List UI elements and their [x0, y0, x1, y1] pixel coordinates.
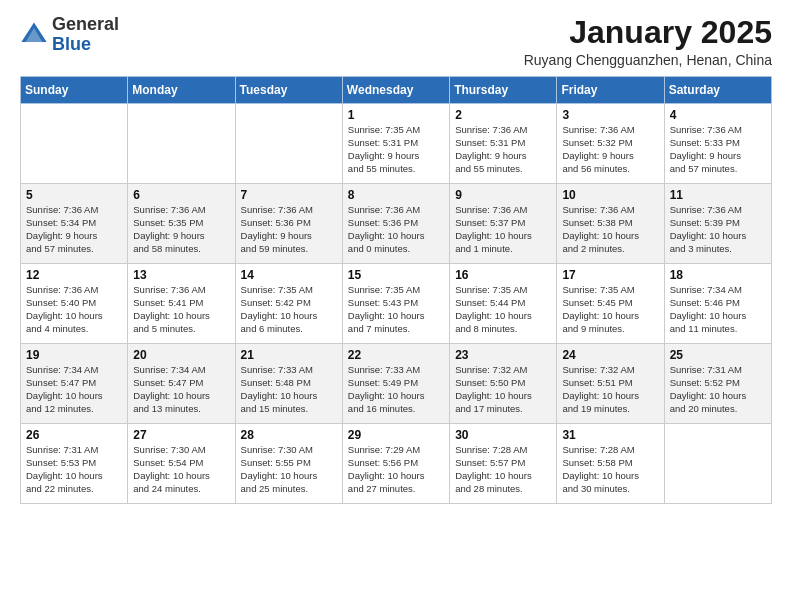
day-number: 22 — [348, 348, 444, 362]
day-number: 10 — [562, 188, 658, 202]
cell-info: Sunrise: 7:29 AM Sunset: 5:56 PM Dayligh… — [348, 444, 444, 495]
cell-info: Sunrise: 7:33 AM Sunset: 5:49 PM Dayligh… — [348, 364, 444, 415]
logo: General Blue — [20, 15, 119, 55]
day-number: 3 — [562, 108, 658, 122]
weekday-header: Thursday — [450, 77, 557, 104]
calendar-cell: 28Sunrise: 7:30 AM Sunset: 5:55 PM Dayli… — [235, 424, 342, 504]
calendar-cell: 19Sunrise: 7:34 AM Sunset: 5:47 PM Dayli… — [21, 344, 128, 424]
day-number: 9 — [455, 188, 551, 202]
day-number: 29 — [348, 428, 444, 442]
cell-info: Sunrise: 7:35 AM Sunset: 5:31 PM Dayligh… — [348, 124, 444, 175]
cell-info: Sunrise: 7:36 AM Sunset: 5:39 PM Dayligh… — [670, 204, 766, 255]
weekday-header: Friday — [557, 77, 664, 104]
day-number: 2 — [455, 108, 551, 122]
cell-info: Sunrise: 7:32 AM Sunset: 5:50 PM Dayligh… — [455, 364, 551, 415]
cell-info: Sunrise: 7:32 AM Sunset: 5:51 PM Dayligh… — [562, 364, 658, 415]
day-number: 21 — [241, 348, 337, 362]
weekday-header: Saturday — [664, 77, 771, 104]
logo-icon — [20, 21, 48, 49]
cell-info: Sunrise: 7:36 AM Sunset: 5:36 PM Dayligh… — [241, 204, 337, 255]
day-number: 1 — [348, 108, 444, 122]
day-number: 14 — [241, 268, 337, 282]
calendar-cell: 1Sunrise: 7:35 AM Sunset: 5:31 PM Daylig… — [342, 104, 449, 184]
calendar-cell: 3Sunrise: 7:36 AM Sunset: 5:32 PM Daylig… — [557, 104, 664, 184]
day-number: 23 — [455, 348, 551, 362]
weekday-header: Monday — [128, 77, 235, 104]
calendar-cell: 23Sunrise: 7:32 AM Sunset: 5:50 PM Dayli… — [450, 344, 557, 424]
cell-info: Sunrise: 7:33 AM Sunset: 5:48 PM Dayligh… — [241, 364, 337, 415]
calendar-cell: 18Sunrise: 7:34 AM Sunset: 5:46 PM Dayli… — [664, 264, 771, 344]
day-number: 19 — [26, 348, 122, 362]
calendar-cell: 27Sunrise: 7:30 AM Sunset: 5:54 PM Dayli… — [128, 424, 235, 504]
calendar-header-row: SundayMondayTuesdayWednesdayThursdayFrid… — [21, 77, 772, 104]
calendar-cell: 8Sunrise: 7:36 AM Sunset: 5:36 PM Daylig… — [342, 184, 449, 264]
page-subtitle: Ruyang Chengguanzhen, Henan, China — [524, 52, 772, 68]
calendar-cell: 25Sunrise: 7:31 AM Sunset: 5:52 PM Dayli… — [664, 344, 771, 424]
day-number: 20 — [133, 348, 229, 362]
weekday-header: Sunday — [21, 77, 128, 104]
day-number: 13 — [133, 268, 229, 282]
cell-info: Sunrise: 7:34 AM Sunset: 5:46 PM Dayligh… — [670, 284, 766, 335]
calendar-cell: 30Sunrise: 7:28 AM Sunset: 5:57 PM Dayli… — [450, 424, 557, 504]
day-number: 4 — [670, 108, 766, 122]
day-number: 30 — [455, 428, 551, 442]
calendar-cell: 17Sunrise: 7:35 AM Sunset: 5:45 PM Dayli… — [557, 264, 664, 344]
calendar-cell: 11Sunrise: 7:36 AM Sunset: 5:39 PM Dayli… — [664, 184, 771, 264]
cell-info: Sunrise: 7:36 AM Sunset: 5:37 PM Dayligh… — [455, 204, 551, 255]
calendar-cell: 29Sunrise: 7:29 AM Sunset: 5:56 PM Dayli… — [342, 424, 449, 504]
calendar-cell: 5Sunrise: 7:36 AM Sunset: 5:34 PM Daylig… — [21, 184, 128, 264]
calendar-cell: 13Sunrise: 7:36 AM Sunset: 5:41 PM Dayli… — [128, 264, 235, 344]
cell-info: Sunrise: 7:36 AM Sunset: 5:36 PM Dayligh… — [348, 204, 444, 255]
cell-info: Sunrise: 7:28 AM Sunset: 5:58 PM Dayligh… — [562, 444, 658, 495]
cell-info: Sunrise: 7:36 AM Sunset: 5:33 PM Dayligh… — [670, 124, 766, 175]
cell-info: Sunrise: 7:36 AM Sunset: 5:41 PM Dayligh… — [133, 284, 229, 335]
cell-info: Sunrise: 7:31 AM Sunset: 5:52 PM Dayligh… — [670, 364, 766, 415]
cell-info: Sunrise: 7:30 AM Sunset: 5:55 PM Dayligh… — [241, 444, 337, 495]
calendar-cell — [664, 424, 771, 504]
day-number: 26 — [26, 428, 122, 442]
calendar-week-row: 26Sunrise: 7:31 AM Sunset: 5:53 PM Dayli… — [21, 424, 772, 504]
calendar-cell: 24Sunrise: 7:32 AM Sunset: 5:51 PM Dayli… — [557, 344, 664, 424]
calendar-cell: 20Sunrise: 7:34 AM Sunset: 5:47 PM Dayli… — [128, 344, 235, 424]
calendar-cell: 15Sunrise: 7:35 AM Sunset: 5:43 PM Dayli… — [342, 264, 449, 344]
page-header: General Blue January 2025 Ruyang Chenggu… — [20, 15, 772, 68]
calendar-cell: 21Sunrise: 7:33 AM Sunset: 5:48 PM Dayli… — [235, 344, 342, 424]
cell-info: Sunrise: 7:34 AM Sunset: 5:47 PM Dayligh… — [26, 364, 122, 415]
day-number: 16 — [455, 268, 551, 282]
calendar-cell: 31Sunrise: 7:28 AM Sunset: 5:58 PM Dayli… — [557, 424, 664, 504]
day-number: 28 — [241, 428, 337, 442]
cell-info: Sunrise: 7:34 AM Sunset: 5:47 PM Dayligh… — [133, 364, 229, 415]
day-number: 25 — [670, 348, 766, 362]
page-title: January 2025 — [524, 15, 772, 50]
day-number: 11 — [670, 188, 766, 202]
calendar-cell: 6Sunrise: 7:36 AM Sunset: 5:35 PM Daylig… — [128, 184, 235, 264]
day-number: 18 — [670, 268, 766, 282]
calendar-cell: 14Sunrise: 7:35 AM Sunset: 5:42 PM Dayli… — [235, 264, 342, 344]
calendar-cell — [235, 104, 342, 184]
calendar-cell: 22Sunrise: 7:33 AM Sunset: 5:49 PM Dayli… — [342, 344, 449, 424]
calendar-week-row: 12Sunrise: 7:36 AM Sunset: 5:40 PM Dayli… — [21, 264, 772, 344]
calendar-cell: 9Sunrise: 7:36 AM Sunset: 5:37 PM Daylig… — [450, 184, 557, 264]
calendar-cell — [21, 104, 128, 184]
logo-text: General Blue — [52, 15, 119, 55]
day-number: 12 — [26, 268, 122, 282]
cell-info: Sunrise: 7:36 AM Sunset: 5:34 PM Dayligh… — [26, 204, 122, 255]
weekday-header: Tuesday — [235, 77, 342, 104]
cell-info: Sunrise: 7:28 AM Sunset: 5:57 PM Dayligh… — [455, 444, 551, 495]
calendar-cell: 10Sunrise: 7:36 AM Sunset: 5:38 PM Dayli… — [557, 184, 664, 264]
cell-info: Sunrise: 7:36 AM Sunset: 5:40 PM Dayligh… — [26, 284, 122, 335]
day-number: 17 — [562, 268, 658, 282]
weekday-header: Wednesday — [342, 77, 449, 104]
cell-info: Sunrise: 7:36 AM Sunset: 5:31 PM Dayligh… — [455, 124, 551, 175]
calendar-cell: 4Sunrise: 7:36 AM Sunset: 5:33 PM Daylig… — [664, 104, 771, 184]
calendar-week-row: 5Sunrise: 7:36 AM Sunset: 5:34 PM Daylig… — [21, 184, 772, 264]
cell-info: Sunrise: 7:36 AM Sunset: 5:35 PM Dayligh… — [133, 204, 229, 255]
cell-info: Sunrise: 7:35 AM Sunset: 5:43 PM Dayligh… — [348, 284, 444, 335]
day-number: 15 — [348, 268, 444, 282]
calendar-table: SundayMondayTuesdayWednesdayThursdayFrid… — [20, 76, 772, 504]
cell-info: Sunrise: 7:35 AM Sunset: 5:44 PM Dayligh… — [455, 284, 551, 335]
day-number: 27 — [133, 428, 229, 442]
day-number: 5 — [26, 188, 122, 202]
calendar-cell: 26Sunrise: 7:31 AM Sunset: 5:53 PM Dayli… — [21, 424, 128, 504]
cell-info: Sunrise: 7:30 AM Sunset: 5:54 PM Dayligh… — [133, 444, 229, 495]
